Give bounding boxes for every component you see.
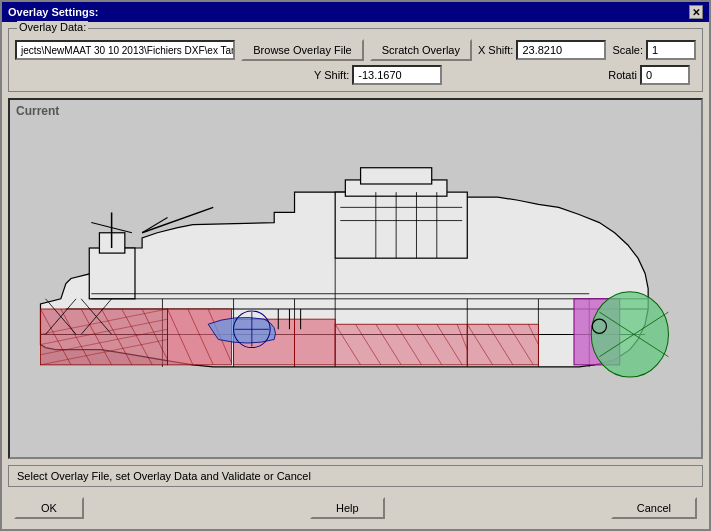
status-bar: Select Overlay File, set Overlay Data an… [8,465,703,487]
x-shift-input[interactable] [516,40,606,60]
browse-overlay-button[interactable]: Browse Overlay File [241,39,363,61]
overlay-settings-window: Overlay Settings: ✕ Overlay Data: jects\… [0,0,711,531]
svg-rect-3 [361,168,432,184]
rotation-input[interactable] [640,65,690,85]
y-shift-input[interactable] [352,65,442,85]
help-button[interactable]: Help [310,497,385,519]
main-content: Overlay Data: jects\NewMAAT 30 10 2013\F… [2,22,709,529]
scale-label: Scale: [612,44,643,56]
close-button[interactable]: ✕ [689,5,703,19]
window-title: Overlay Settings: [8,6,98,18]
y-shift-label: Y Shift: [314,69,349,81]
file-path-text: jects\NewMAAT 30 10 2013\Fichiers DXF\ex… [21,45,235,56]
overlay-data-group: Overlay Data: jects\NewMAAT 30 10 2013\F… [8,28,703,92]
ship-diagram [10,100,701,457]
group-label: Overlay Data: [17,21,88,33]
svg-rect-30 [467,324,538,365]
scratch-overlay-button[interactable]: Scratch Overlay [370,39,472,61]
svg-point-53 [591,292,668,377]
cancel-button[interactable]: Cancel [611,497,697,519]
svg-rect-29 [335,324,467,365]
preview-area: Current [8,98,703,459]
x-shift-group: X Shift: [478,40,606,60]
ok-button[interactable]: OK [14,497,84,519]
y-shift-group: Y Shift: [314,65,442,85]
rotation-label: Rotati [608,69,637,81]
svg-rect-1 [335,192,467,258]
file-path-field: jects\NewMAAT 30 10 2013\Fichiers DXF\ex… [15,40,235,60]
svg-rect-4 [89,248,135,299]
svg-rect-31 [40,309,167,365]
preview-label: Current [16,104,59,118]
status-text: Select Overlay File, set Overlay Data an… [17,470,311,482]
scale-input[interactable] [646,40,696,60]
x-shift-label: X Shift: [478,44,513,56]
scale-group: Scale: [612,40,696,60]
title-bar: Overlay Settings: ✕ [2,2,709,22]
rotation-group: Rotati [608,65,690,85]
bottom-buttons-row: OK Help Cancel [8,493,703,523]
